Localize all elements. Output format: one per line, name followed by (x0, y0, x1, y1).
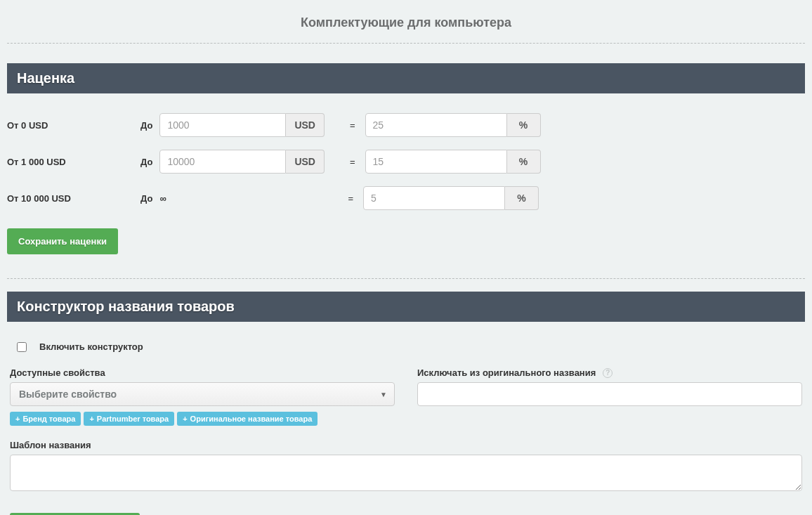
markup-section-header: Наценка (7, 63, 805, 93)
markup-to-label: До (140, 120, 152, 131)
markup-from-label: От 0 USD (7, 120, 140, 131)
markup-pct-group: % (365, 113, 541, 137)
help-icon[interactable]: ? (603, 368, 613, 378)
enable-constructor-checkbox[interactable] (17, 342, 27, 352)
exclude-input[interactable] (417, 382, 802, 406)
percent-addon: % (507, 113, 541, 137)
template-textarea[interactable] (10, 455, 802, 491)
template-label: Шаблон названия (10, 440, 802, 450)
enable-constructor-label: Включить конструктор (39, 341, 143, 352)
markup-row: От 1 000 USD До USD = % (7, 150, 805, 174)
equals-sign: = (350, 157, 355, 167)
tag-original-name-button[interactable]: + Оригинальное название товара (177, 412, 317, 426)
constructor-two-col: Доступные свойства Выберите свойство ▼ +… (10, 367, 802, 426)
markup-from-label: От 10 000 USD (7, 193, 140, 204)
markup-pct-input[interactable] (365, 113, 507, 137)
page-title: Комплектующие для компьютера (7, 7, 805, 43)
plus-icon: + (15, 415, 20, 423)
markup-row: От 0 USD До USD = % (7, 113, 805, 137)
plus-icon: + (89, 415, 93, 423)
tag-partnumber-button[interactable]: + Partnumber товара (84, 412, 174, 426)
markup-pct-input[interactable] (363, 186, 505, 210)
tag-row: + Бренд товара + Partnumber товара + Ори… (10, 412, 395, 426)
property-select[interactable]: Выберите свойство ▼ (10, 382, 395, 406)
infinity-icon: ∞ (159, 193, 166, 204)
markup-to-group: USD (159, 150, 325, 174)
exclude-col: Исключать из оригинального названия ? (417, 367, 802, 426)
percent-addon: % (507, 150, 541, 174)
markup-to-input[interactable] (159, 150, 286, 174)
markup-row: От 10 000 USD До ∞ = % (7, 186, 805, 210)
currency-addon: USD (286, 150, 325, 174)
divider (7, 278, 805, 279)
markup-pct-input[interactable] (365, 150, 507, 174)
chevron-down-icon: ▼ (380, 391, 387, 398)
markup-from-label: От 1 000 USD (7, 157, 140, 167)
markup-to-group: USD (159, 113, 325, 137)
markup-rows: От 0 USD До USD = % От 1 000 USD До USD … (7, 113, 805, 210)
markup-to-label: До (140, 157, 152, 167)
plus-icon: + (183, 415, 187, 423)
divider (7, 43, 805, 44)
select-placeholder: Выберите свойство (19, 389, 117, 400)
exclude-label: Исключать из оригинального названия ? (417, 367, 802, 378)
available-props-label: Доступные свойства (10, 367, 395, 378)
markup-to-infinity-wrap: ∞ (159, 193, 322, 204)
enable-constructor-row[interactable]: Включить конструктор (10, 341, 802, 352)
percent-addon: % (505, 186, 539, 210)
tag-brand-button[interactable]: + Бренд товара (10, 412, 81, 426)
available-props-col: Доступные свойства Выберите свойство ▼ +… (10, 367, 395, 426)
equals-sign: = (350, 120, 355, 131)
save-markup-button[interactable]: Сохранить наценки (7, 228, 118, 254)
equals-sign: = (348, 193, 353, 204)
markup-to-input[interactable] (159, 113, 286, 137)
constructor-section-header: Конструктор названия товаров (7, 292, 805, 322)
markup-pct-group: % (365, 150, 541, 174)
currency-addon: USD (286, 113, 325, 137)
markup-pct-group: % (363, 186, 539, 210)
markup-to-label: До (140, 193, 152, 204)
constructor-body: Включить конструктор Доступные свойства … (7, 341, 805, 515)
